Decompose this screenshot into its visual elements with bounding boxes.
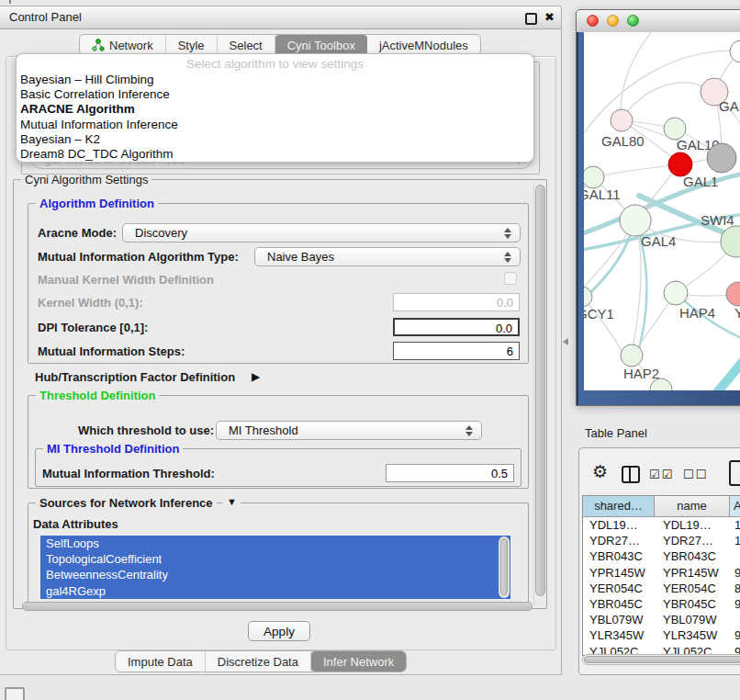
table-row[interactable]: YDL19…YDL19…13	[583, 517, 740, 533]
hub-section-label[interactable]: Hub/Transcription Factor Definition	[35, 370, 235, 384]
algorithm-option[interactable]: Bayesian – K2	[20, 132, 530, 147]
data-attributes-list[interactable]: SelfLoopsTopologicalCoefficientBetweenne…	[40, 536, 510, 599]
tab-label: Infer Network	[323, 655, 394, 669]
algorithm-dropdown-list: Bayesian – Hill ClimbingBasic Correlatio…	[20, 73, 530, 162]
apply-button[interactable]: Apply	[248, 621, 310, 641]
panel-resize-handle[interactable]	[563, 338, 568, 345]
table-cell: YDR27…	[583, 533, 655, 548]
settings-vscrollbar-thumb[interactable]	[535, 185, 545, 596]
network-node[interactable]	[730, 40, 740, 62]
network-edge	[711, 335, 740, 390]
table-row[interactable]: YBL079WYBL079W	[583, 612, 740, 627]
float-panel-icon[interactable]	[525, 13, 537, 25]
mi-steps-field[interactable]: 6	[393, 342, 520, 360]
spinner-icon	[504, 252, 511, 263]
kernel-width-field[interactable]: 0.0	[393, 293, 520, 311]
network-node[interactable]	[664, 281, 688, 305]
aracne-mode-label: Aracne Mode:	[38, 226, 117, 240]
table-row[interactable]: YBR043CYBR043C	[583, 548, 740, 564]
gear-icon[interactable]: ⚙	[592, 461, 608, 482]
attribute-item[interactable]: SelfLoops	[40, 536, 510, 551]
network-node[interactable]	[707, 143, 736, 173]
columns-icon[interactable]	[622, 466, 640, 483]
network-view-window: GALGAL80GAL10GAL1GAL11SWI4GAL4GCY1HAP4YH…	[576, 9, 740, 406]
network-edge	[622, 83, 714, 120]
zoom-traffic-light-icon[interactable]	[627, 15, 639, 27]
table-hscrollbar-thumb[interactable]	[584, 656, 740, 663]
group-title: Sources for Network Inference	[36, 496, 217, 510]
attribute-item[interactable]: BetweennessCentrality	[40, 567, 510, 582]
network-node[interactable]	[726, 282, 740, 306]
table-row[interactable]: YBR045CYBR045C9.	[583, 596, 740, 612]
checked-boxes-icon[interactable]: ☑☑	[649, 468, 674, 481]
tab-label: Cyni Toolbox	[287, 39, 355, 52]
aracne-mode-value: Discovery	[135, 226, 187, 240]
page-icon[interactable]	[729, 460, 740, 486]
network-edge	[621, 32, 657, 120]
algorithm-option[interactable]: Dream8 DC_TDC Algorithm	[20, 147, 530, 162]
algorithm-option[interactable]: Bayesian – Hill Climbing	[20, 73, 530, 87]
tab-select[interactable]: Select	[218, 35, 275, 55]
column-header-shared-name[interactable]: shared…	[583, 496, 655, 516]
which-threshold-combobox[interactable]: MI Threshold	[216, 421, 482, 440]
close-icon[interactable]: ✖	[544, 10, 555, 24]
tab-jactivemnodules[interactable]: jActiveMNodules	[367, 35, 480, 55]
mi-threshold-label: Mutual Information Threshold:	[42, 467, 215, 480]
table-row[interactable]: YER054CYER054C8.	[583, 581, 740, 596]
attribute-item[interactable]: gal4RGexp	[40, 583, 510, 599]
table-row[interactable]: YPR145WYPR145W9.	[583, 565, 740, 581]
table-cell	[730, 548, 740, 564]
column-header-name[interactable]: name	[655, 496, 730, 516]
network-window-titlebar[interactable]	[577, 10, 740, 33]
aracne-mode-combobox[interactable]: Discovery	[122, 223, 521, 243]
collapse-arrow-icon[interactable]: ▼	[223, 496, 241, 507]
table-cell: YBR043C	[655, 548, 730, 564]
algorithm-option[interactable]: ARACNE Algorithm	[20, 102, 530, 117]
network-node[interactable]	[584, 166, 604, 188]
unchecked-boxes-icon[interactable]: ☐☐	[683, 468, 708, 481]
manual-kernel-checkbox[interactable]	[504, 272, 517, 285]
node-table-body: YDL19…YDL19…13YDR27…YDR27…12YBR043CYBR04…	[583, 517, 740, 655]
expand-arrow-icon[interactable]: ▶	[252, 370, 260, 383]
network-edge	[593, 164, 680, 177]
dpi-tolerance-field[interactable]: 0.0	[393, 318, 520, 336]
table-cell: YLR345W	[655, 627, 730, 643]
table-cell: YBL079W	[583, 612, 655, 627]
control-panel-titlebar[interactable]: Control Panel ✖	[0, 6, 561, 29]
settings-hscrollbar-thumb[interactable]	[22, 602, 533, 611]
tab-infer-network[interactable]: Infer Network	[311, 651, 406, 672]
spinner-icon	[465, 425, 473, 436]
tab-impute-data[interactable]: Impute Data	[116, 651, 206, 672]
column-header-partial[interactable]: A	[730, 496, 740, 516]
algorithm-dropdown[interactable]: Select algorithm to view settings Bayesi…	[16, 53, 534, 163]
algorithm-option[interactable]: Mutual Information Inference	[20, 118, 530, 132]
mi-type-combobox[interactable]: Naive Bayes	[254, 247, 521, 266]
minimize-traffic-light-icon[interactable]	[607, 15, 619, 27]
attributes-vscrollbar-thumb[interactable]	[500, 538, 508, 595]
settings-vscrollbar[interactable]	[533, 181, 546, 607]
tab-label: Style	[178, 39, 205, 52]
which-threshold-value: MI Threshold	[229, 423, 298, 437]
table-hscrollbar[interactable]	[582, 654, 740, 665]
float-window-corner-icon[interactable]	[5, 687, 25, 700]
panel-title: Control Panel	[9, 10, 82, 24]
network-node[interactable]	[584, 287, 592, 307]
tab-discretize-data[interactable]: Discretize Data	[206, 651, 311, 672]
close-traffic-light-icon[interactable]	[587, 15, 599, 27]
network-canvas[interactable]: GALGAL80GAL10GAL1GAL11SWI4GAL4GCY1HAP4YH…	[584, 32, 740, 390]
mi-threshold-field[interactable]: 0.5	[386, 464, 514, 482]
attributes-vscrollbar[interactable]	[499, 536, 510, 598]
network-node[interactable]	[620, 205, 651, 236]
mi-type-label: Mutual Information Algorithm Type:	[38, 250, 239, 264]
network-node[interactable]	[621, 344, 643, 367]
table-row[interactable]: YDR27…YDR27…12	[583, 533, 740, 548]
attribute-item[interactable]: TopologicalCoefficient	[40, 551, 510, 567]
tab-cyni-toolbox[interactable]: Cyni Toolbox	[275, 35, 367, 55]
algorithm-option[interactable]: Basic Correlation Inference	[20, 87, 530, 102]
table-row[interactable]: YLR345WYLR345W9.	[583, 627, 740, 643]
network-tab-icon	[92, 39, 105, 51]
tab-network[interactable]: Network	[80, 35, 166, 55]
tab-style[interactable]: Style	[166, 35, 218, 55]
network-node[interactable]	[611, 109, 633, 131]
tab-label: Select	[230, 39, 263, 52]
